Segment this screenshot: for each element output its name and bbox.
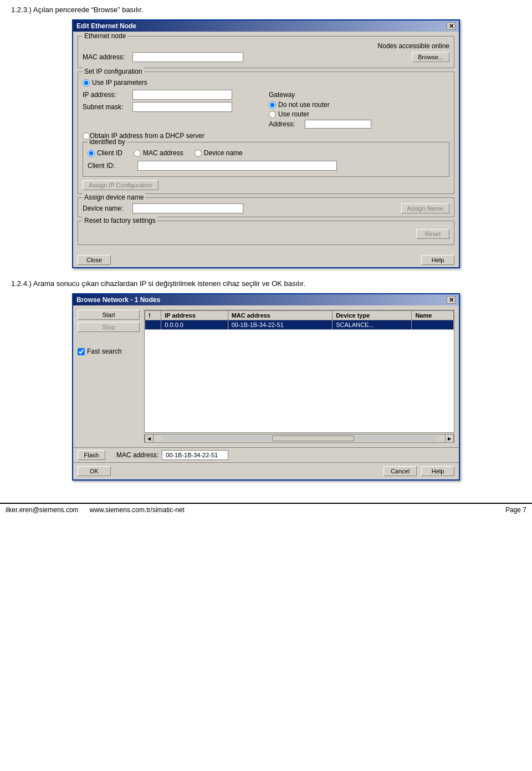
- use-router-label: Use router: [278, 110, 309, 118]
- client-id-field-label: Client ID:: [88, 162, 137, 170]
- table-row[interactable]: 0.0.0.0 00-1B-1B-34-22-51 SCALANCE...: [145, 320, 454, 330]
- subnet-input[interactable]: [132, 102, 232, 112]
- col-ip: IP address: [161, 311, 228, 320]
- reset-label: Reset to factory settings: [83, 217, 157, 224]
- start-button[interactable]: Start: [78, 310, 140, 320]
- col-type: Device type: [332, 311, 412, 320]
- client-id-radio[interactable]: [88, 150, 95, 157]
- close-button[interactable]: Close: [78, 255, 111, 265]
- address-input[interactable]: [305, 120, 371, 129]
- scroll-left-icon[interactable]: ◀: [145, 434, 154, 443]
- footer-right: Cancel Help: [383, 466, 454, 476]
- no-router-label: Do not use router: [278, 101, 330, 109]
- mac-label: MAC address:: [83, 53, 132, 61]
- browse-right-panel: ! IP address MAC address Device type Nam…: [144, 310, 454, 443]
- use-ip-radio[interactable]: [83, 79, 90, 86]
- use-ip-label: Use IP parameters: [92, 79, 147, 86]
- footer-website: www.siemens.com.tr/simatic-net: [90, 506, 185, 514]
- device-name-input[interactable]: [132, 203, 243, 213]
- ethernet-node-label: Ethernet node: [83, 32, 127, 40]
- ok-button[interactable]: OK: [78, 466, 111, 476]
- browse-dialog-footer: OK Cancel Help: [73, 462, 459, 479]
- device-name-radio[interactable]: [195, 150, 202, 157]
- col-mac: MAC address: [228, 311, 332, 320]
- reset-group: Reset to factory settings Reset: [78, 221, 454, 245]
- fast-search-checkbox[interactable]: [78, 348, 85, 355]
- scroll-track: [162, 436, 436, 441]
- cell-mac: 00-1B-1B-34-22-51: [228, 320, 332, 330]
- browse-button[interactable]: Browse...: [412, 52, 449, 62]
- page-footer: ilker.eren@siemens.com www.siemens.com.t…: [0, 503, 532, 516]
- browse-table: ! IP address MAC address Device type Nam…: [145, 310, 454, 330]
- use-router-radio[interactable]: [269, 111, 276, 118]
- mac-address-value: 00-1B-1B-34-22-51: [162, 450, 228, 460]
- edit-ethernet-dialog: Edit Ethernet Node ✕ Ethernet node Nodes…: [72, 19, 460, 268]
- no-router-radio[interactable]: [269, 101, 276, 109]
- browse-left-panel: Start Stop Fast search: [78, 310, 144, 443]
- fast-search-label: Fast search: [87, 348, 122, 355]
- col-name: Name: [412, 311, 454, 320]
- mac-info-row: Flash MAC address: 00-1B-1B-34-22-51: [73, 447, 459, 462]
- footer-email: ilker.eren@siemens.com: [6, 506, 79, 514]
- nodes-accessible-label: Nodes accessible online: [378, 42, 449, 50]
- browse-dialog-titlebar: Browse Network - 1 Nodes ✕: [73, 294, 459, 305]
- browse-dialog-title: Browse Network - 1 Nodes: [76, 296, 160, 304]
- edit-dialog-titlebar: Edit Ethernet Node ✕: [73, 21, 459, 32]
- cell-excl: [145, 320, 161, 330]
- client-id-radio-label: Client ID: [97, 149, 122, 157]
- ip-address-input[interactable]: [132, 90, 232, 100]
- page-number: Page 7: [505, 506, 526, 514]
- browse-help-button[interactable]: Help: [421, 466, 454, 476]
- ethernet-node-group: Ethernet node Nodes accessible online MA…: [78, 36, 454, 68]
- mac-address-id-radio[interactable]: [134, 150, 141, 157]
- assign-name-button[interactable]: Assign Name: [401, 203, 449, 213]
- footer-links: ilker.eren@siemens.com www.siemens.com.t…: [6, 506, 185, 514]
- device-name-radio-label: Device name: [204, 149, 243, 157]
- browse-dialog-close-icon[interactable]: ✕: [447, 296, 456, 304]
- device-name-field-label: Device name:: [83, 205, 132, 212]
- edit-dialog-footer: Close Help: [73, 253, 459, 267]
- footer-left: OK: [78, 466, 111, 476]
- browse-table-container: ! IP address MAC address Device type Nam…: [144, 310, 454, 433]
- set-ip-label: Set IP configuration: [83, 68, 144, 75]
- flash-button[interactable]: Flash: [78, 450, 105, 460]
- reset-button[interactable]: Reset: [416, 229, 449, 239]
- cell-ip: 0.0.0.0: [161, 320, 228, 330]
- intro-text-2: 1.2.4.) Arama sonucu çıkan cihazlardan I…: [11, 279, 521, 288]
- subnet-label: Subnet mask:: [83, 103, 132, 111]
- horizontal-scrollbar[interactable]: ◀ ▶: [144, 434, 454, 443]
- assign-device-group: Assign device name Device name: Assign N…: [78, 197, 454, 217]
- fast-search-row: Fast search: [78, 348, 140, 355]
- browse-network-dialog: Browse Network - 1 Nodes ✕ Start Stop Fa…: [72, 293, 460, 481]
- set-ip-group: Set IP configuration Use IP parameters I…: [78, 72, 454, 194]
- edit-dialog-close-icon[interactable]: ✕: [447, 22, 456, 30]
- identified-by-label: Identified by: [88, 138, 127, 146]
- client-id-input[interactable]: [137, 161, 337, 171]
- identified-by-group: Identified by Client ID MAC address: [83, 142, 449, 177]
- mac-address-label: MAC address:: [116, 451, 158, 459]
- cell-name: [412, 320, 454, 330]
- intro-text-1: 1.2.3.) Açılan pencerede “Browse” basılı…: [11, 6, 521, 14]
- cell-type: SCALANCE...: [332, 320, 412, 330]
- scroll-right-icon[interactable]: ▶: [445, 434, 454, 443]
- mac-address-id-label: MAC address: [143, 149, 183, 157]
- assign-ip-button[interactable]: Assign IP Configuration: [83, 180, 158, 190]
- assign-device-label: Assign device name: [83, 193, 145, 201]
- cancel-button[interactable]: Cancel: [383, 466, 417, 476]
- address-label: Address:: [269, 120, 305, 128]
- edit-dialog-title: Edit Ethernet Node: [76, 22, 136, 30]
- col-excl: !: [145, 311, 161, 320]
- help-button[interactable]: Help: [421, 255, 454, 265]
- gateway-label: Gateway: [269, 91, 449, 99]
- ip-address-label: IP address:: [83, 91, 132, 99]
- stop-button[interactable]: Stop: [78, 322, 140, 332]
- scroll-thumb[interactable]: [272, 436, 354, 441]
- mac-input[interactable]: [132, 52, 243, 62]
